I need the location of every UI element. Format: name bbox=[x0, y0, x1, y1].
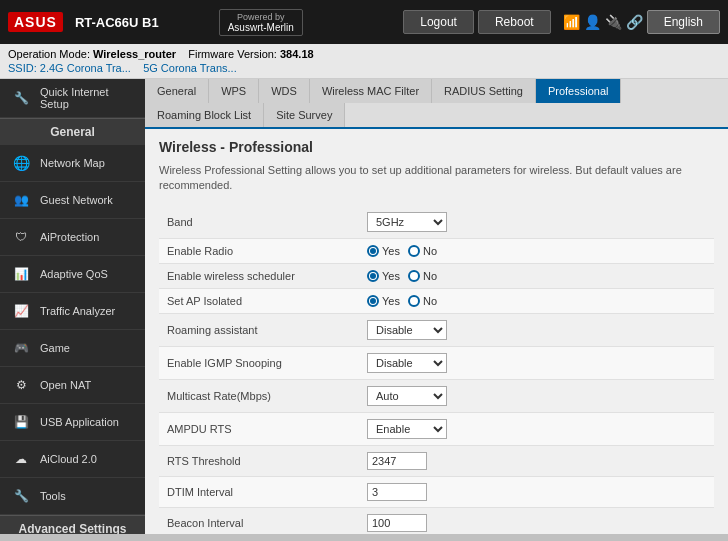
aiprotection-icon: 🛡 bbox=[10, 226, 32, 248]
sidebar-item-open-nat[interactable]: ⚙ Open NAT bbox=[0, 367, 145, 404]
tab-mac-filter[interactable]: Wireless MAC Filter bbox=[310, 79, 432, 103]
content-area: General WPS WDS Wireless MAC Filter RADI… bbox=[145, 79, 728, 534]
page-description: Wireless Professional Setting allows you… bbox=[159, 163, 714, 194]
tab-professional[interactable]: Professional bbox=[536, 79, 622, 103]
ap-isolated-yes[interactable]: Yes bbox=[367, 295, 400, 307]
sidebar-item-aiprotection[interactable]: 🛡 AiProtection bbox=[0, 219, 145, 256]
sidebar-item-network-map[interactable]: Network Map bbox=[0, 145, 145, 182]
enable-radio-no[interactable]: No bbox=[408, 245, 437, 257]
powered-brand: Asuswrt-Merlin bbox=[228, 22, 294, 33]
setting-row-multicast-rate: Multicast Rate(Mbps) Auto 1 2 5.5 6 bbox=[159, 379, 714, 412]
rts-threshold-input[interactable] bbox=[367, 452, 427, 470]
radio-yes-dot bbox=[367, 245, 379, 257]
network-map-icon bbox=[10, 152, 32, 174]
tabs: General WPS WDS Wireless MAC Filter RADI… bbox=[145, 79, 728, 129]
main-layout: 🔧 Quick Internet Setup General Network M… bbox=[0, 79, 728, 534]
reboot-button[interactable]: Reboot bbox=[478, 10, 551, 34]
tab-wds[interactable]: WDS bbox=[259, 79, 310, 103]
sidebar-item-guest-network[interactable]: 👥 Guest Network bbox=[0, 182, 145, 219]
ws-yes-label: Yes bbox=[382, 270, 400, 282]
ws-no-label: No bbox=[423, 270, 437, 282]
wireless-scheduler-group: Yes No bbox=[367, 270, 706, 282]
guest-network-label: Guest Network bbox=[40, 194, 113, 206]
ssid-label: SSID: bbox=[8, 62, 37, 74]
quick-setup-icon: 🔧 bbox=[10, 87, 32, 109]
infobar: Operation Mode: Wireless_router Firmware… bbox=[0, 44, 728, 79]
wireless-scheduler-no[interactable]: No bbox=[408, 270, 437, 282]
roaming-assistant-select[interactable]: Disable Enable bbox=[367, 320, 447, 340]
setting-row-roaming-assistant: Roaming assistant Disable Enable bbox=[159, 313, 714, 346]
asus-logo: ASUS bbox=[8, 12, 63, 32]
page-content: Wireless - Professional Wireless Profess… bbox=[145, 129, 728, 534]
logout-button[interactable]: Logout bbox=[403, 10, 474, 34]
ampdu-rts-label: AMPDU RTS bbox=[159, 412, 359, 445]
setting-row-dtim-interval: DTIM Interval bbox=[159, 476, 714, 507]
dtim-interval-input[interactable] bbox=[367, 483, 427, 501]
tab-site-survey[interactable]: Site Survey bbox=[264, 103, 345, 127]
powered-by-label: Powered by bbox=[237, 12, 285, 22]
setting-row-wireless-scheduler: Enable wireless scheduler Yes No bbox=[159, 263, 714, 288]
game-icon: 🎮 bbox=[10, 337, 32, 359]
open-nat-icon: ⚙ bbox=[10, 374, 32, 396]
topbar: ASUS RT-AC66U B1 Powered by Asuswrt-Merl… bbox=[0, 0, 728, 44]
rts-threshold-label: RTS Threshold bbox=[159, 445, 359, 476]
operation-mode-label: Operation Mode: bbox=[8, 48, 90, 60]
sidebar-item-quick-setup[interactable]: 🔧 Quick Internet Setup bbox=[0, 79, 145, 118]
setting-row-enable-radio: Enable Radio Yes No bbox=[159, 238, 714, 263]
setting-row-band: Band 2.4GHz 5GHz bbox=[159, 206, 714, 239]
guest-network-icon: 👥 bbox=[10, 189, 32, 211]
sidebar-item-aicloud[interactable]: ☁ AiCloud 2.0 bbox=[0, 441, 145, 478]
tab-general[interactable]: General bbox=[145, 79, 209, 103]
multicast-rate-select[interactable]: Auto 1 2 5.5 6 bbox=[367, 386, 447, 406]
enable-radio-yes-label: Yes bbox=[382, 245, 400, 257]
setting-row-beacon-interval: Beacon Interval bbox=[159, 507, 714, 534]
usb-application-icon: 💾 bbox=[10, 411, 32, 433]
ap-isolated-group: Yes No bbox=[367, 295, 706, 307]
enable-radio-no-label: No bbox=[423, 245, 437, 257]
traffic-analyzer-icon: 📈 bbox=[10, 300, 32, 322]
network-map-label: Network Map bbox=[40, 157, 105, 169]
igmp-snooping-select[interactable]: Disable Enable bbox=[367, 353, 447, 373]
tab-wps[interactable]: WPS bbox=[209, 79, 259, 103]
top-icons: 📶 👤 🔌 🔗 bbox=[563, 14, 643, 30]
operation-mode-line: Operation Mode: Wireless_router Firmware… bbox=[8, 48, 720, 60]
adaptive-qos-label: Adaptive QoS bbox=[40, 268, 108, 280]
ap-isolated-no[interactable]: No bbox=[408, 295, 437, 307]
language-button[interactable]: English bbox=[647, 10, 720, 34]
tab-roaming[interactable]: Roaming Block List bbox=[145, 103, 264, 127]
dtim-interval-label: DTIM Interval bbox=[159, 476, 359, 507]
setting-row-igmp-snooping: Enable IGMP Snooping Disable Enable bbox=[159, 346, 714, 379]
general-section-title: General bbox=[0, 118, 145, 145]
beacon-interval-input[interactable] bbox=[367, 514, 427, 532]
aicloud-label: AiCloud 2.0 bbox=[40, 453, 97, 465]
sidebar-item-game[interactable]: 🎮 Game bbox=[0, 330, 145, 367]
sidebar-item-usb-application[interactable]: 💾 USB Application bbox=[0, 404, 145, 441]
aicloud-icon: ☁ bbox=[10, 448, 32, 470]
open-nat-label: Open NAT bbox=[40, 379, 91, 391]
tab-radius[interactable]: RADIUS Setting bbox=[432, 79, 536, 103]
sidebar-item-adaptive-qos[interactable]: 📊 Adaptive QoS bbox=[0, 256, 145, 293]
tools-label: Tools bbox=[40, 490, 66, 502]
settings-table: Band 2.4GHz 5GHz Enable Radio bbox=[159, 206, 714, 534]
ws-no-dot bbox=[408, 270, 420, 282]
setting-row-rts-threshold: RTS Threshold bbox=[159, 445, 714, 476]
roaming-assistant-label: Roaming assistant bbox=[159, 313, 359, 346]
setting-row-ampdu-rts: AMPDU RTS Enable Disable bbox=[159, 412, 714, 445]
setting-row-ap-isolated: Set AP Isolated Yes No bbox=[159, 288, 714, 313]
ampdu-rts-select[interactable]: Enable Disable bbox=[367, 419, 447, 439]
radio-no-dot bbox=[408, 245, 420, 257]
enable-radio-label: Enable Radio bbox=[159, 238, 359, 263]
enable-radio-group: Yes No bbox=[367, 245, 706, 257]
sidebar-item-tools[interactable]: 🔧 Tools bbox=[0, 478, 145, 515]
firmware-label: Firmware Version: bbox=[188, 48, 277, 60]
ap-no-dot bbox=[408, 295, 420, 307]
network-icon: 🔗 bbox=[626, 14, 643, 30]
wireless-scheduler-yes[interactable]: Yes bbox=[367, 270, 400, 282]
sidebar-item-traffic-analyzer[interactable]: 📈 Traffic Analyzer bbox=[0, 293, 145, 330]
ap-yes-dot bbox=[367, 295, 379, 307]
advanced-settings-title: Advanced Settings bbox=[0, 515, 145, 534]
usb-application-label: USB Application bbox=[40, 416, 119, 428]
band-select[interactable]: 2.4GHz 5GHz bbox=[367, 212, 447, 232]
enable-radio-yes[interactable]: Yes bbox=[367, 245, 400, 257]
ap-isolated-label: Set AP Isolated bbox=[159, 288, 359, 313]
